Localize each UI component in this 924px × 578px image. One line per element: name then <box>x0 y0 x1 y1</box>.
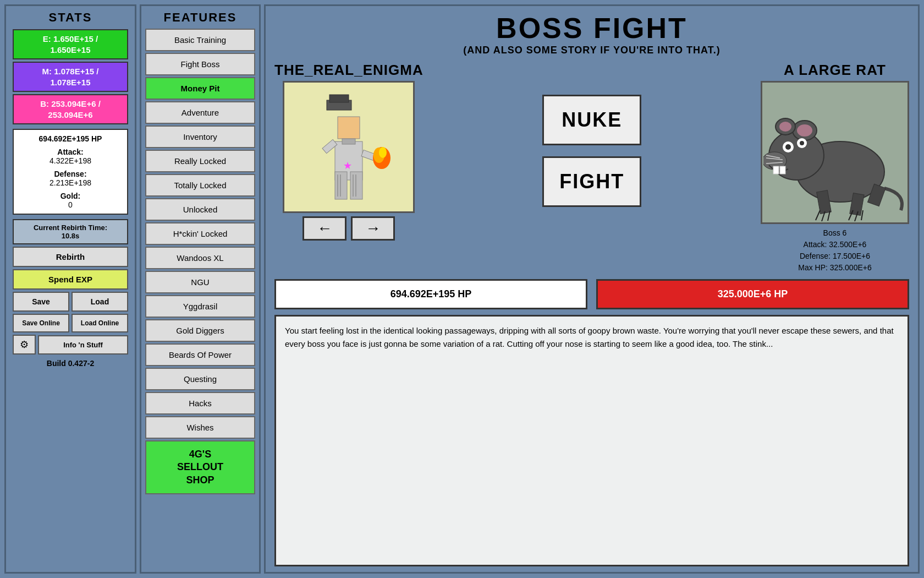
fight-area: THE_REAL_ENIGMA <box>274 62 909 274</box>
svg-text:★: ★ <box>343 160 352 171</box>
feature-wishes[interactable]: Wishes <box>145 416 255 439</box>
feature-adventure[interactable]: Adventure <box>145 101 255 124</box>
feature-hacks[interactable]: Hacks <box>145 392 255 415</box>
feature-unlocked[interactable]: Unlocked <box>145 198 255 221</box>
features-panel: FEATURES Basic Training Fight Boss Money… <box>140 4 261 574</box>
main-title: BOSS FIGHT <box>274 12 909 45</box>
stats-panel: STATS E: 1.650E+15 / 1.650E+15 M: 1.078E… <box>4 4 136 574</box>
main-subtitle: (AND ALSO SOME STORY IF YOU'RE INTO THAT… <box>274 45 909 56</box>
stats-box: 694.692E+195 HP Attack: 4.322E+198 Defen… <box>13 129 128 215</box>
svg-rect-2 <box>338 117 360 139</box>
rebirth-button[interactable]: Rebirth <box>13 247 128 267</box>
nuke-button[interactable]: NUKE <box>542 95 641 145</box>
feature-yggdrasil[interactable]: Yggdrasil <box>145 295 255 318</box>
feature-questing[interactable]: Questing <box>145 368 255 390</box>
gold-label: Gold: <box>61 192 81 200</box>
boss-svg <box>763 84 906 221</box>
boss-side: A LARGE RAT <box>761 62 909 274</box>
spend-exp-button[interactable]: Spend EXP <box>13 269 128 290</box>
feature-beards-of-power[interactable]: Beards Of Power <box>145 343 255 366</box>
content-panel: BOSS FIGHT (AND ALSO SOME STORY IF YOU'R… <box>264 4 920 574</box>
portrait-nav: ← → <box>302 216 395 241</box>
boss-defense: Defense: 17.500E+6 <box>798 250 871 262</box>
svg-rect-30 <box>773 166 779 174</box>
player-hp-bar: 694.692E+195 HP <box>274 279 587 309</box>
fight-buttons: NUKE FIGHT <box>432 62 752 207</box>
hp-bars: 694.692E+195 HP 325.000E+6 HP <box>274 279 909 309</box>
story-box: You start feeling lost in the identical … <box>274 315 909 566</box>
feature-gold-diggers[interactable]: Gold Diggers <box>145 319 255 342</box>
load-online-button[interactable]: Load Online <box>72 314 128 332</box>
build-label: Build 0.427-2 <box>47 359 94 368</box>
player-hp-display: 694.692E+195 HP <box>18 134 123 143</box>
svg-point-29 <box>800 141 804 145</box>
feature-really-locked[interactable]: Really Locked <box>145 150 255 172</box>
svg-point-23 <box>797 124 812 137</box>
save-button[interactable]: Save <box>13 292 69 312</box>
svg-point-9 <box>379 147 387 158</box>
feature-inventory[interactable]: Inventory <box>145 126 255 148</box>
gold-value: 0 <box>68 200 73 209</box>
defense-value: 2.213E+198 <box>50 178 91 187</box>
feature-sellout-shop[interactable]: 4G'SSELLOUTSHOP <box>145 440 255 494</box>
r3-bar: B: 253.094E+6 / 253.094E+6 <box>13 94 128 124</box>
feature-totally-locked[interactable]: Totally Locked <box>145 174 255 197</box>
boss-attack: Attack: 32.500E+6 <box>798 239 871 250</box>
boss-info: Boss 6 Attack: 32.500E+6 Defense: 17.500… <box>798 227 871 274</box>
boss-hp-bar: 325.000E+6 HP <box>596 279 909 309</box>
magic-bar: M: 1.078E+15 / 1.078E+15 <box>13 62 128 92</box>
save-online-button[interactable]: Save Online <box>13 314 69 332</box>
feature-fight-boss[interactable]: Fight Boss <box>145 53 255 75</box>
feature-basic-training[interactable]: Basic Training <box>145 29 255 51</box>
boss-name: A LARGE RAT <box>784 62 886 79</box>
next-character-button[interactable]: → <box>351 216 395 241</box>
feature-money-pit[interactable]: Money Pit <box>145 77 255 100</box>
save-load-online-row: Save Online Load Online <box>13 314 128 332</box>
gear-button[interactable]: ⚙ <box>13 335 36 355</box>
player-portrait: ★ <box>283 81 415 213</box>
features-title: FEATURES <box>164 10 237 25</box>
svg-point-25 <box>779 122 791 132</box>
svg-rect-31 <box>780 166 785 174</box>
feature-wandoos-xl[interactable]: Wandoos XL <box>145 247 255 269</box>
info-button[interactable]: Info 'n Stuff <box>38 335 128 355</box>
boss-level: Boss 6 <box>798 227 871 239</box>
prev-character-button[interactable]: ← <box>302 216 346 241</box>
story-text: You start feeling lost in the identical … <box>285 326 894 348</box>
svg-point-27 <box>785 144 791 150</box>
boss-maxhp: Max HP: 325.000E+6 <box>798 262 871 274</box>
rebirth-box: Current Rebirth Time: 10.8s <box>13 219 128 244</box>
stats-title: STATS <box>49 10 92 25</box>
defense-label: Defense: <box>54 170 86 178</box>
player-side: THE_REAL_ENIGMA <box>274 62 424 241</box>
svg-rect-17 <box>342 139 355 144</box>
attack-label: Attack: <box>57 148 83 156</box>
feature-hckin-locked[interactable]: H*ckin' Locked <box>145 222 255 245</box>
feature-ngu[interactable]: NGU <box>145 271 255 293</box>
player-name: THE_REAL_ENIGMA <box>274 62 424 79</box>
load-button[interactable]: Load <box>72 292 128 312</box>
boss-portrait <box>761 81 909 224</box>
attack-value: 4.322E+198 <box>50 156 91 165</box>
fight-button[interactable]: FIGHT <box>542 156 641 207</box>
svg-rect-4 <box>329 95 349 102</box>
player-character-svg: ★ <box>294 86 404 208</box>
save-load-row: Save Load <box>13 292 128 312</box>
energy-bar: E: 1.650E+15 / 1.650E+15 <box>13 29 128 59</box>
